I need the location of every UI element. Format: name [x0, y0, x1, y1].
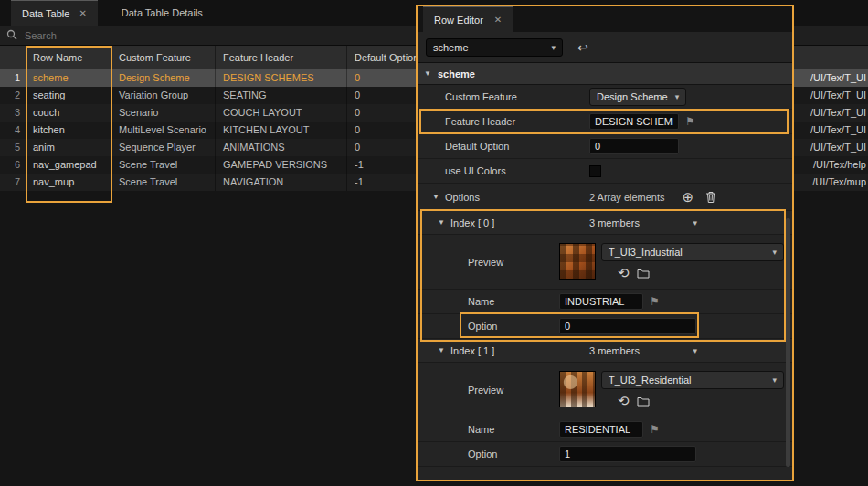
section-header-scheme[interactable]: ▼ scheme	[418, 63, 792, 85]
expander-icon[interactable]: ▼	[432, 193, 439, 201]
row-editor-toolbar: scheme ▾ ↩	[418, 32, 792, 63]
cell-feature-header: KITCHEN LAYOUT	[216, 122, 347, 139]
cell-custom-feature: Sequence Player	[111, 139, 216, 156]
use-selected-asset-icon[interactable]: ⟲	[618, 394, 630, 407]
row-editor-panel: Row Editor ✕ scheme ▾ ↩ ▼ scheme Custom …	[416, 5, 794, 481]
property-label: Custom Feature	[445, 85, 517, 109]
column-header-row-name[interactable]: Row Name	[26, 46, 111, 69]
column-header-custom-feature[interactable]: Custom Feature	[111, 46, 216, 69]
array-item-header-0[interactable]: ▼ Index [ 0 ] 3 members ▾	[418, 211, 792, 235]
tab-row-editor[interactable]: Row Editor ✕	[423, 6, 513, 32]
row-selector-value: scheme	[433, 42, 469, 53]
close-icon[interactable]: ✕	[494, 15, 502, 25]
undo-icon[interactable]: ↩	[577, 41, 588, 54]
chevron-down-icon: ▾	[772, 375, 777, 385]
property-label: Default Option	[445, 134, 509, 158]
property-row-default-option: Default Option	[418, 134, 792, 159]
row-number: 5	[0, 139, 26, 156]
cell-feature-header: ANIMATIONS	[216, 139, 347, 156]
property-row-preview-0: Preview T_UI3_Industrial ▾ ⟲	[418, 235, 792, 290]
array-index-label: Index [ 0 ]	[450, 211, 494, 234]
name-input[interactable]	[559, 421, 643, 438]
cell-row-name: couch	[26, 104, 111, 122]
close-icon[interactable]: ✕	[79, 8, 86, 18]
chevron-down-icon: ▾	[675, 92, 680, 101]
property-row-options: ▼ Options 2 Array elements ⊕	[418, 184, 792, 211]
property-label: Options	[445, 184, 480, 210]
property-label: Option	[468, 442, 497, 466]
tab-data-table-details[interactable]: Data Table Details	[98, 0, 227, 26]
property-label: Preview	[468, 363, 503, 417]
cell-custom-feature: MultiLevel Scenario	[111, 122, 216, 139]
asset-dropdown[interactable]: T_UI3_Residential ▾	[601, 371, 784, 389]
cell-custom-feature: Design Scheme	[111, 69, 216, 87]
section-title: scheme	[438, 69, 475, 79]
asset-thumbnail[interactable]	[559, 243, 596, 280]
property-row-name-0: Name ⚑	[418, 290, 792, 314]
flag-icon[interactable]: ⚑	[650, 295, 660, 308]
row-number: 6	[0, 156, 26, 174]
property-row-use-ui-colors: use UI Colors	[418, 159, 792, 184]
expander-icon[interactable]: ▼	[438, 218, 445, 227]
property-row-custom-feature: Custom Feature Design Scheme ▾	[418, 85, 792, 110]
chevron-down-icon: ▾	[693, 218, 697, 227]
property-row-preview-1: Preview T_UI3_Residential ▾ ⟲	[418, 363, 792, 417]
browse-to-asset-icon[interactable]	[637, 396, 650, 407]
cell-custom-feature: Scenario	[111, 104, 216, 122]
feature-header-input[interactable]	[589, 113, 679, 130]
chevron-down-icon: ▾	[693, 346, 697, 355]
cell-row-name: scheme	[26, 69, 111, 87]
options-summary: 2 Array elements	[589, 192, 665, 203]
property-row-option-0: Option	[418, 314, 792, 339]
trash-icon[interactable]	[704, 190, 717, 204]
cell-row-name: anim	[26, 139, 111, 156]
tab-data-table-label: Data Table	[22, 8, 69, 19]
property-label: Preview	[468, 235, 503, 289]
tab-data-table-details-label: Data Table Details	[122, 7, 203, 18]
property-row-name-1: Name ⚑	[418, 417, 792, 442]
asset-thumbnail[interactable]	[559, 371, 596, 407]
cell-feature-header: DESIGN SCHEMES	[216, 69, 347, 87]
row-number: 3	[0, 104, 26, 122]
flag-icon[interactable]: ⚑	[650, 423, 660, 436]
cell-custom-feature: Scene Travel	[111, 174, 216, 191]
row-selector-dropdown[interactable]: scheme ▾	[426, 38, 563, 57]
cell-feature-header: SEATING	[216, 87, 347, 104]
tab-data-table[interactable]: Data Table ✕	[11, 0, 98, 26]
option-input[interactable]	[559, 318, 696, 334]
scrollbar-thumb[interactable]	[786, 218, 790, 467]
members-dropdown[interactable]: 3 members ▾	[589, 345, 697, 356]
expander-icon[interactable]: ▼	[438, 346, 445, 354]
flag-icon[interactable]: ⚑	[685, 115, 695, 128]
cell-feature-header: NAVIGATION	[216, 174, 347, 191]
chevron-down-icon: ▾	[551, 43, 556, 52]
row-number: 1	[0, 69, 26, 87]
property-label: Option	[468, 314, 497, 338]
members-label: 3 members	[589, 217, 640, 228]
property-label: use UI Colors	[445, 159, 506, 183]
use-selected-asset-icon[interactable]: ⟲	[618, 266, 630, 280]
members-dropdown[interactable]: 3 members ▾	[589, 217, 697, 228]
array-item-header-1[interactable]: ▼ Index [ 1 ] 3 members ▾	[418, 339, 792, 363]
row-number: 7	[0, 174, 26, 191]
option-input[interactable]	[559, 446, 696, 462]
cell-custom-feature: Scene Travel	[111, 156, 216, 174]
members-label: 3 members	[589, 345, 640, 356]
default-option-input[interactable]	[589, 138, 679, 154]
chevron-down-icon: ▾	[772, 248, 777, 257]
search-icon	[6, 29, 17, 42]
use-ui-colors-checkbox[interactable]	[589, 165, 601, 177]
column-header-feature-header[interactable]: Feature Header	[216, 46, 347, 69]
cell-feature-header: COUCH LAYOUT	[216, 104, 347, 122]
name-input[interactable]	[559, 293, 643, 310]
asset-dropdown[interactable]: T_UI3_Industrial ▾	[601, 243, 784, 261]
browse-to-asset-icon[interactable]	[637, 268, 650, 279]
row-editor-tabbar: Row Editor ✕	[418, 6, 792, 32]
add-element-icon[interactable]: ⊕	[683, 190, 694, 204]
property-label: Name	[468, 417, 494, 441]
property-label: Name	[468, 290, 494, 313]
custom-feature-dropdown[interactable]: Design Scheme ▾	[589, 88, 686, 106]
expander-icon[interactable]: ▼	[424, 69, 431, 78]
cell-feature-header: GAMEPAD VERSIONS	[216, 156, 347, 174]
row-number: 2	[0, 87, 26, 104]
